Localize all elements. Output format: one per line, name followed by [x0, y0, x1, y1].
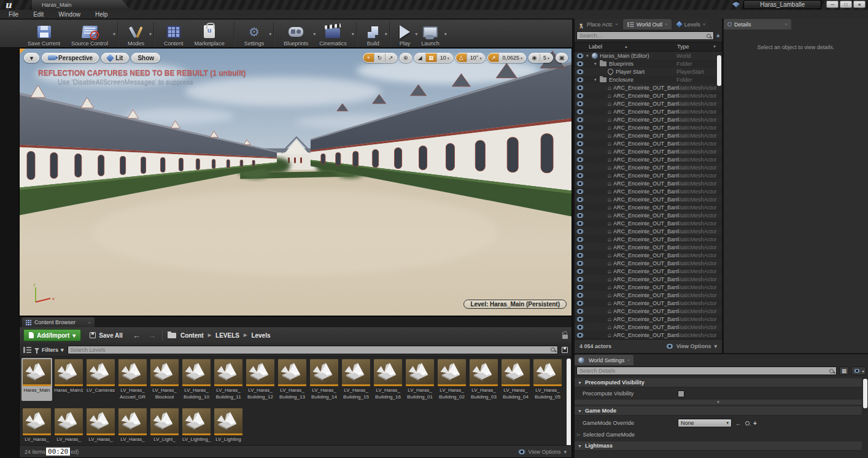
asset-item[interactable]: LV_Light_ [149, 407, 180, 443]
move-tool-button[interactable]: + [363, 53, 374, 62]
visibility-eye-icon[interactable] [576, 157, 584, 162]
camera-speed-value[interactable]: 5▾ [540, 53, 552, 62]
expander-expanded-icon[interactable]: ▾ [594, 77, 600, 82]
visibility-eye-icon[interactable] [576, 221, 584, 226]
source-control-button[interactable]: Source Control ▾ [66, 20, 114, 47]
outliner-row[interactable]: ⌂ARC_Enceinte_OUT_BarriStaticMeshActor [575, 91, 722, 99]
surface-snap-button[interactable]: ◢ [415, 53, 426, 62]
close-icon[interactable]: × [627, 357, 630, 363]
tab-world-outliner[interactable]: World Outl × [623, 19, 672, 29]
display-filter-button[interactable]: ▾ [851, 367, 866, 375]
visibility-eye-icon[interactable] [576, 165, 584, 170]
outliner-row[interactable]: ⌂ARC_Enceinte_OUT_BarriStaticMeshActor [575, 291, 722, 299]
outliner-row[interactable]: ⌂ARC_Enceinte_OUT_BarriStaticMeshActor [575, 195, 722, 203]
add-import-button[interactable]: Add/Import ▾ [23, 329, 81, 341]
grid-snap-value[interactable]: 10▾ [437, 53, 452, 62]
outliner-row[interactable]: ⌂ARC_Enceinte_OUT_BarriStaticMeshActor [575, 219, 722, 227]
asset-item[interactable]: LV_Haras_Building_15 [341, 358, 371, 401]
rotation-snap-button[interactable]: △ [456, 53, 467, 62]
type-column-header[interactable]: Type [677, 44, 689, 50]
world-settings-scrollbar-thumb[interactable] [863, 379, 867, 408]
save-all-button[interactable]: Save All [86, 329, 126, 341]
menu-edit[interactable]: Edit [33, 11, 44, 18]
settings-button[interactable]: ⚙ Settings ▾ [239, 20, 270, 47]
label-column-header[interactable]: Label [589, 44, 602, 50]
visibility-eye-icon[interactable] [576, 253, 584, 258]
grid-snap-button[interactable]: ▦ [426, 53, 437, 62]
gamemode-override-dropdown[interactable]: None ▾ [678, 419, 732, 427]
visibility-eye-icon[interactable] [576, 197, 584, 202]
asset-item[interactable]: LV_Haras_Building_16 [373, 358, 403, 401]
content-scrollbar-thumb[interactable] [567, 359, 571, 451]
scale-snap-button[interactable]: ↗ [488, 53, 499, 62]
dropdown-caret-icon[interactable]: ▾ [444, 31, 447, 37]
world-local-toggle[interactable]: ⊕ [400, 53, 411, 62]
visibility-eye-icon[interactable] [576, 117, 584, 122]
outliner-row[interactable]: ⌂ARC_Enceinte_OUT_BarriStaticMeshActor [575, 251, 722, 259]
visibility-eye-icon[interactable] [576, 229, 584, 234]
outliner-row[interactable]: ⌂ARC_Enceinte_OUT_BarriStaticMeshActor [575, 163, 722, 171]
save-search-icon[interactable] [562, 347, 568, 353]
dropdown-caret-icon[interactable]: ▾ [149, 31, 152, 37]
lock-button[interactable] [562, 332, 568, 339]
marketplace-button[interactable]: Marketplace [189, 20, 230, 47]
precompute-visibility-checkbox[interactable] [678, 390, 684, 397]
show-button[interactable]: Show [131, 53, 160, 63]
asset-item[interactable]: LV_Haras_Accueil_GR [117, 358, 148, 401]
level-tab[interactable]: Haras_Main [32, 0, 130, 10]
close-icon[interactable]: × [615, 21, 618, 27]
asset-search-input[interactable] [71, 347, 551, 353]
asset-item[interactable]: LV_Haras_ [85, 407, 116, 443]
launch-button[interactable]: Launch ▾ [416, 20, 445, 47]
outliner-row[interactable]: ⌂ARC_Enceinte_OUT_BarriStaticMeshActor [575, 171, 722, 179]
visibility-eye-icon[interactable] [576, 173, 584, 178]
breadcrumb-levels[interactable]: Levels [251, 332, 270, 339]
modes-button[interactable]: Modes ▾ [122, 20, 150, 47]
visibility-eye-icon[interactable] [576, 181, 584, 186]
outliner-scrollbar-thumb[interactable] [717, 55, 721, 86]
sort-ascending-icon[interactable]: ▲ [624, 45, 628, 49]
asset-item[interactable]: LV_Haras_Building_14 [309, 358, 339, 401]
outliner-row[interactable]: ⌂ARC_Enceinte_OUT_BarriStaticMeshActor [575, 283, 722, 291]
visibility-eye-icon[interactable] [576, 101, 584, 106]
outliner-row[interactable]: ⌂ARC_Enceinte_OUT_BarriStaticMeshActor [575, 267, 722, 275]
content-browser-tab[interactable]: Content Browser × [22, 317, 95, 327]
add-new-icon[interactable]: + [753, 420, 757, 427]
asset-item[interactable]: LV_Haras_Building_04 [500, 358, 531, 401]
asset-item[interactable]: LV_Haras_ [53, 407, 84, 443]
asset-item[interactable]: LV_Cameras [85, 358, 116, 401]
visibility-eye-icon[interactable] [576, 261, 584, 266]
visibility-eye-icon[interactable] [576, 109, 584, 114]
visibility-eye-icon[interactable] [576, 293, 584, 298]
outliner-row[interactable]: ⌂ARC_Enceinte_OUT_BarriStaticMeshActor [575, 307, 722, 315]
viewport-options-button[interactable]: ▾ [24, 53, 39, 63]
outliner-row[interactable]: ⌂ARC_Enceinte_OUT_BarriStaticMeshActor [575, 115, 722, 123]
asset-item[interactable]: LV_Haras_Building_02 [436, 358, 467, 401]
rotate-tool-button[interactable]: ↻ [374, 53, 386, 62]
maximize-viewport-button[interactable]: ▣ [556, 53, 567, 62]
visibility-eye-icon[interactable] [576, 333, 584, 338]
rotation-snap-value[interactable]: 10°▾ [467, 53, 485, 62]
tab-place-actors[interactable]: Place Actc × [575, 19, 622, 29]
menu-window[interactable]: Window [58, 11, 80, 18]
visibility-eye-icon[interactable] [576, 269, 584, 274]
asset-item[interactable]: Haras_Main [21, 358, 52, 401]
browse-icon[interactable] [745, 421, 750, 425]
outliner-row[interactable]: Player StartPlayerStart [575, 68, 722, 76]
level-viewport[interactable]: ▾ Perspective Lit Show + ↻ ↗ ⊕ ◢ ▦ 10▾ [19, 48, 572, 316]
visibility-eye-icon[interactable] [576, 69, 584, 74]
visibility-eye-icon[interactable] [576, 85, 584, 90]
asset-item[interactable]: LV_Haras_ [21, 407, 52, 443]
expander-expanded-icon[interactable]: ▾ [586, 53, 592, 58]
outliner-view-options-button[interactable]: View Options ▾ [666, 343, 717, 349]
asset-item[interactable]: LV_Haras_Blockout [149, 358, 180, 401]
minimize-button[interactable]: ─ [826, 1, 839, 8]
asset-item[interactable]: LV_Haras_Building_10 [181, 358, 212, 401]
outliner-row[interactable]: ⌂ARC_Enceinte_OUT_BarriStaticMeshActor [575, 83, 722, 91]
maximize-button[interactable]: □ [840, 1, 852, 8]
close-button[interactable]: × [853, 1, 866, 8]
asset-item[interactable]: LV_Haras_Building_01 [405, 358, 435, 401]
outliner-row[interactable]: ⌂ARC_Enceinte_OUT_BarriStaticMeshActor [575, 155, 722, 163]
asset-item[interactable]: LV_Haras_ [117, 407, 148, 443]
save-current-button[interactable]: Save Current [22, 20, 66, 47]
